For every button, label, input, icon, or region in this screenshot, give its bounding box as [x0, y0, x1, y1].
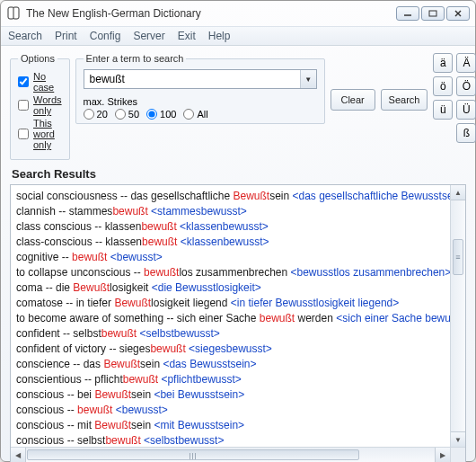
maximize-button[interactable]: [421, 6, 445, 21]
scroll-down-icon[interactable]: ▼: [451, 431, 465, 447]
thiswordonly-checkbox[interactable]: This word only: [18, 118, 62, 150]
menu-search[interactable]: Search: [8, 30, 42, 42]
menu-exit[interactable]: Exit: [178, 30, 196, 42]
search-combo[interactable]: ▼: [84, 69, 317, 89]
horizontal-scrollbar[interactable]: ◀ ▶: [11, 447, 450, 462]
result-row[interactable]: confident of victory -- siegesbewußt <si…: [16, 342, 445, 357]
char-u-lower[interactable]: ü: [433, 100, 453, 120]
vertical-scrollbar[interactable]: ▲ ▼: [450, 185, 465, 447]
result-row[interactable]: to become aware of something -- sich ein…: [16, 311, 445, 326]
search-group: Enter a term to search ▼ max. Strikes 20…: [75, 53, 325, 124]
result-row[interactable]: confident -- selbstbewußt <selbstbewusst…: [16, 326, 445, 342]
radio-20[interactable]: 20: [84, 109, 108, 120]
result-row[interactable]: social consciousness -- das gesellschaft…: [16, 189, 445, 204]
result-row[interactable]: conscious -- selbstbewußt <selbstbewusst…: [16, 433, 445, 447]
radio-50[interactable]: 50: [115, 109, 139, 120]
result-row[interactable]: conscious -- bei Bewußtsein <bei Bewusst…: [16, 387, 445, 403]
result-row[interactable]: conscious -- bewußt <bewusst>: [16, 403, 445, 418]
menu-print[interactable]: Print: [55, 30, 77, 42]
menu-help[interactable]: Help: [208, 30, 231, 42]
scroll-thumb-v[interactable]: [453, 239, 463, 275]
search-legend: Enter a term to search: [84, 53, 187, 64]
result-row[interactable]: to collapse unconscious -- bewußtlos zus…: [16, 265, 445, 280]
scroll-left-icon[interactable]: ◀: [11, 448, 26, 462]
clear-button[interactable]: Clear: [331, 89, 375, 111]
app-icon: [6, 6, 21, 21]
search-button[interactable]: Search: [381, 89, 428, 111]
close-button[interactable]: [446, 6, 470, 21]
radio-all[interactable]: All: [183, 109, 207, 120]
options-legend: Options: [18, 53, 57, 64]
menu-server[interactable]: Server: [133, 30, 164, 42]
char-a-upper[interactable]: Ä: [456, 53, 476, 73]
search-input[interactable]: [84, 73, 300, 85]
wordsonly-checkbox[interactable]: Words only: [18, 94, 62, 116]
results-heading: Search Results: [12, 167, 466, 181]
window-title: The New English-German Dictionary: [26, 7, 396, 20]
result-row[interactable]: clannish -- stammesbewußt <stammesbewuss…: [16, 204, 445, 219]
char-a-lower[interactable]: ä: [433, 53, 453, 73]
char-o-lower[interactable]: ö: [433, 76, 453, 96]
radio-100[interactable]: 100: [146, 109, 176, 120]
char-o-upper[interactable]: Ö: [456, 76, 476, 96]
result-row[interactable]: coma -- die Bewußtlosigkeit <die Bewusst…: [16, 280, 445, 296]
scroll-right-icon[interactable]: ▶: [435, 448, 450, 462]
scroll-up-icon[interactable]: ▲: [451, 185, 465, 200]
minimize-button[interactable]: [396, 6, 419, 21]
result-row[interactable]: class-conscious -- klassenbewußt <klasse…: [16, 235, 445, 250]
options-group: Options No case Words only This word onl…: [10, 53, 70, 160]
result-row[interactable]: conscious -- mit Bewußtsein <mit Bewusst…: [16, 418, 445, 433]
menu-config[interactable]: Config: [90, 30, 121, 42]
scroll-thumb-h[interactable]: [27, 449, 359, 460]
dropdown-icon[interactable]: ▼: [300, 70, 316, 88]
char-u-upper[interactable]: Ü: [456, 100, 476, 120]
results-list[interactable]: social consciousness -- das gesellschaft…: [11, 185, 450, 447]
nocase-checkbox[interactable]: No case: [18, 71, 62, 93]
result-row[interactable]: class conscious -- klassenbewußt <klasse…: [16, 219, 445, 235]
strikes-label: max. Strikes: [84, 96, 317, 107]
result-row[interactable]: cognitive -- bewußt <bewusst>: [16, 250, 445, 265]
result-row[interactable]: comatose -- in tiefer Bewußtlosigkeit li…: [16, 296, 445, 311]
char-ss[interactable]: ß: [456, 123, 476, 143]
results-panel: social consciousness -- das gesellschaft…: [10, 184, 466, 462]
svg-rect-2: [429, 11, 436, 16]
scroll-corner: [450, 447, 465, 462]
result-row[interactable]: conscience -- das Bewußtsein <das Bewuss…: [16, 357, 445, 372]
result-row[interactable]: conscientious -- pflichtbewußt <pflichtb…: [16, 372, 445, 387]
